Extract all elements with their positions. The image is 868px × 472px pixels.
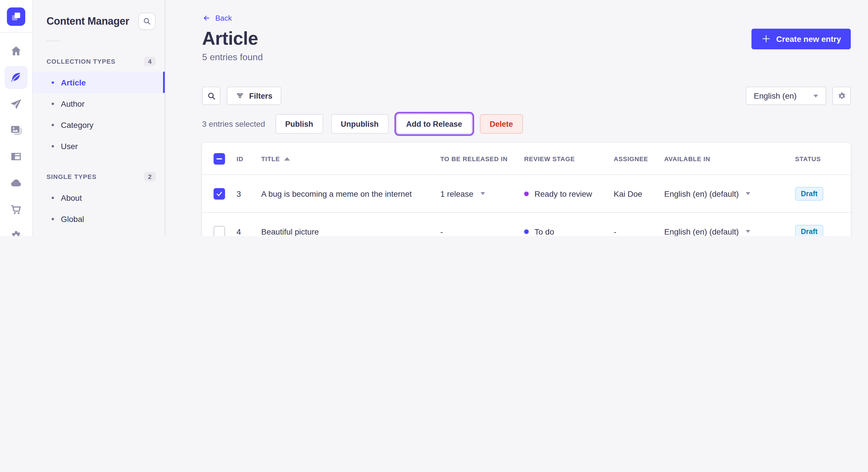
- strapi-logo[interactable]: [7, 7, 25, 26]
- entries-found-text: 5 entries found: [202, 52, 851, 63]
- select-all-checkbox[interactable]: [214, 153, 225, 164]
- bullet-icon: [52, 81, 54, 83]
- sidebar-item-author[interactable]: Author: [33, 93, 165, 114]
- row-assignee: Kai Doe: [614, 189, 664, 198]
- single-types-list: About Global: [33, 187, 165, 229]
- plus-icon: [761, 34, 771, 43]
- back-label: Back: [215, 14, 232, 22]
- add-to-release-button[interactable]: Add to Release: [396, 114, 472, 134]
- section-label-single-types: SINGLE TYPES: [46, 173, 97, 180]
- row-release-value: 1 release: [440, 189, 473, 198]
- page-title: Article: [202, 28, 258, 49]
- releases-nav-button[interactable]: [5, 92, 28, 115]
- marketplace-nav-button[interactable]: [5, 198, 28, 221]
- media-library-nav-button[interactable]: [5, 119, 28, 142]
- column-header-id: ID: [237, 155, 261, 162]
- row-assignee: -: [614, 227, 664, 236]
- row-id: 4: [237, 227, 261, 236]
- single-types-count-badge: 2: [144, 172, 156, 181]
- bullet-icon: [52, 217, 54, 220]
- sidebar-search-button[interactable]: [138, 12, 156, 30]
- sidebar-item-label: User: [61, 141, 78, 150]
- column-header-status: STATUS: [795, 155, 842, 162]
- settings-nav-button[interactable]: [5, 224, 28, 236]
- delete-button[interactable]: Delete: [480, 114, 523, 134]
- entries-table: ID TITLE TO BE RELEASED IN REVIEW STAGE …: [202, 143, 851, 236]
- review-stage-label: Ready to review: [534, 189, 592, 198]
- sidebar-item-article[interactable]: Article: [33, 72, 165, 93]
- review-stage-dot: [524, 229, 529, 234]
- bullet-icon: [52, 124, 54, 126]
- cart-icon: [10, 203, 22, 216]
- row-locale-value: English (en) (default): [664, 227, 739, 236]
- strapi-logo-icon: [7, 7, 25, 26]
- row-release-dropdown[interactable]: 1 release: [440, 189, 524, 198]
- section-label-collection-types: COLLECTION TYPES: [46, 58, 115, 65]
- row-id: 3: [237, 189, 261, 198]
- row-review-stage: To do: [524, 227, 614, 236]
- cloud-icon: [10, 177, 22, 189]
- sidebar-divider: [46, 41, 60, 41]
- content-type-builder-nav-button[interactable]: [5, 145, 28, 168]
- chevron-down-icon: [746, 192, 750, 195]
- row-locale-dropdown[interactable]: English (en) (default): [664, 227, 795, 236]
- column-header-available-in: AVAILABLE IN: [664, 155, 795, 162]
- locale-select[interactable]: English (en): [746, 87, 826, 105]
- bullet-icon: [52, 102, 54, 105]
- back-link[interactable]: Back: [202, 14, 232, 22]
- layout-icon: [10, 150, 22, 163]
- collection-types-list: Article Author Category User: [33, 72, 165, 157]
- content-manager-nav-button[interactable]: [5, 66, 28, 89]
- view-settings-button[interactable]: [832, 87, 851, 105]
- row-locale-value: English (en) (default): [664, 189, 739, 198]
- images-icon: [10, 124, 22, 136]
- bullet-icon: [52, 196, 54, 199]
- main-nav-rail: KD: [0, 0, 33, 236]
- review-stage-dot: [524, 191, 529, 196]
- sidebar-title: Content Manager: [46, 15, 129, 27]
- create-new-entry-label: Create new entry: [776, 34, 841, 43]
- sidebar-item-label: About: [61, 193, 82, 202]
- filter-icon: [236, 91, 245, 100]
- create-new-entry-button[interactable]: Create new entry: [751, 28, 851, 49]
- column-header-title[interactable]: TITLE: [261, 155, 440, 162]
- arrow-left-icon: [202, 14, 211, 22]
- review-stage-label: To do: [534, 227, 554, 236]
- row-release-value: -: [440, 227, 443, 236]
- sidebar-item-label: Author: [61, 99, 85, 108]
- status-badge: Draft: [795, 187, 823, 200]
- home-icon: [10, 45, 22, 57]
- sidebar-item-global[interactable]: Global: [33, 208, 165, 229]
- row-checkbox[interactable]: [214, 226, 225, 236]
- table-row[interactable]: 3 A bug is becoming a meme on the intern…: [202, 175, 851, 213]
- sidebar-item-label: Category: [61, 120, 94, 129]
- paper-plane-icon: [10, 98, 22, 110]
- row-title: A bug is becoming a meme on the internet: [261, 189, 440, 198]
- cloud-nav-button[interactable]: [5, 171, 28, 194]
- check-icon: [215, 190, 223, 198]
- collection-types-count-badge: 4: [144, 57, 156, 66]
- row-review-stage: Ready to review: [524, 189, 614, 198]
- chevron-down-icon: [480, 192, 485, 195]
- row-checkbox[interactable]: [214, 188, 225, 199]
- sidebar-item-user[interactable]: User: [33, 135, 165, 157]
- row-release-dropdown[interactable]: -: [440, 227, 524, 236]
- search-entries-button[interactable]: [202, 87, 220, 105]
- filters-button[interactable]: Filters: [227, 87, 281, 105]
- column-header-review-stage: REVIEW STAGE: [524, 155, 614, 162]
- sidebar-item-about[interactable]: About: [33, 187, 165, 208]
- feather-icon: [10, 71, 22, 84]
- table-row[interactable]: 4 Beautiful picture - To do - English (e…: [202, 213, 851, 236]
- column-header-to-be-released-in: TO BE RELEASED IN: [440, 155, 524, 162]
- rail-divider: [0, 32, 32, 33]
- selection-summary: 3 entries selected: [202, 119, 265, 129]
- row-locale-dropdown[interactable]: English (en) (default): [664, 189, 795, 198]
- unpublish-button[interactable]: Unpublish: [331, 114, 389, 134]
- content-manager-app: KD Content Manager COLLECTION TYPES 4 Ar…: [0, 0, 868, 236]
- publish-button[interactable]: Publish: [275, 114, 323, 134]
- gear-icon: [837, 91, 846, 101]
- search-icon: [143, 16, 152, 26]
- indeterminate-icon: [216, 158, 222, 159]
- sidebar-item-category[interactable]: Category: [33, 114, 165, 135]
- home-nav-button[interactable]: [5, 40, 28, 63]
